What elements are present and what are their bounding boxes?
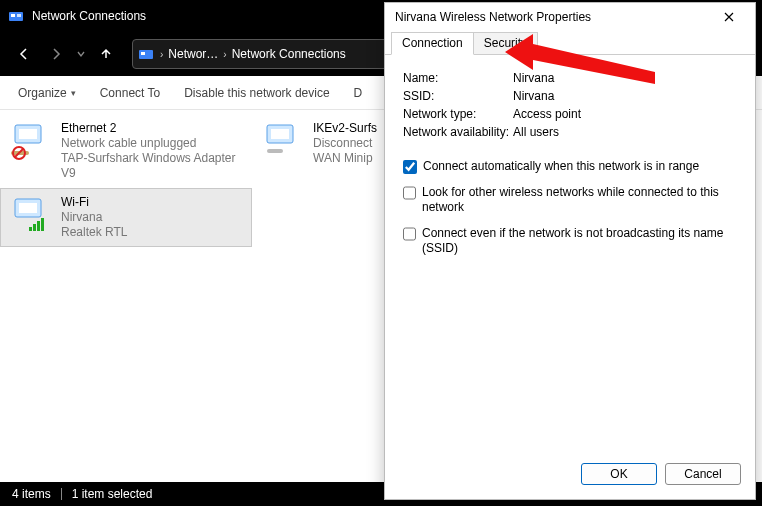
wifi-properties-dialog: Nirvana Wireless Network Properties Conn… [384, 2, 756, 500]
close-button[interactable] [709, 5, 749, 29]
connection-status: Network cable unplugged [61, 136, 243, 151]
diagnose-button[interactable]: D [344, 82, 373, 104]
prop-value: Access point [513, 107, 581, 121]
divider [61, 488, 62, 500]
chevron-down-icon: ▾ [71, 88, 76, 98]
svg-rect-9 [271, 129, 289, 139]
dialog-title: Nirvana Wireless Network Properties [395, 10, 591, 24]
organize-menu[interactable]: Organize ▾ [8, 82, 86, 104]
chk-hidden-ssid[interactable]: Connect even if the network is not broad… [403, 226, 737, 257]
chevron-right-icon: › [222, 49, 227, 60]
chk-look-other-input[interactable] [403, 186, 416, 200]
connect-to-button[interactable]: Connect To [90, 82, 171, 104]
window-title: Network Connections [32, 9, 146, 23]
connection-name: Wi-Fi [61, 195, 127, 210]
recent-dropdown-icon[interactable] [74, 40, 88, 68]
connection-device: Realtek RTL [61, 225, 127, 240]
prop-label: Network type: [403, 107, 513, 121]
ethernet-disconnected-icon [9, 121, 53, 161]
svg-rect-4 [141, 52, 145, 55]
connection-text: Ethernet 2 Network cable unplugged TAP-S… [61, 121, 243, 181]
network-folder-icon [8, 8, 24, 24]
prop-type: Network type: Access point [403, 107, 737, 121]
chk-look-other[interactable]: Look for other wireless networks while c… [403, 185, 737, 216]
connection-name: IKEv2-Surfs [313, 121, 377, 136]
dialog-buttons: OK Cancel [385, 453, 755, 499]
chk-auto-connect[interactable]: Connect automatically when this network … [403, 159, 737, 175]
dialog-body: Name: Nirvana SSID: Nirvana Network type… [385, 55, 755, 453]
connection-item-ethernet2[interactable]: Ethernet 2 Network cable unplugged TAP-S… [0, 114, 252, 188]
chk-label: Connect automatically when this network … [423, 159, 699, 175]
prop-value: Nirvana [513, 89, 554, 103]
svg-rect-13 [19, 203, 37, 213]
connection-item-wifi[interactable]: Wi-Fi Nirvana Realtek RTL [0, 188, 252, 247]
connection-device: TAP-Surfshark Windows Adapter V9 [61, 151, 243, 181]
breadcrumb-seg[interactable]: Networ… [166, 47, 220, 61]
organize-label: Organize [18, 86, 67, 100]
prop-label: Name: [403, 71, 513, 85]
prop-label: Network availability: [403, 125, 513, 139]
chk-auto-connect-input[interactable] [403, 160, 417, 174]
chk-label: Look for other wireless networks while c… [422, 185, 737, 216]
connection-status: Disconnect [313, 136, 377, 151]
vpn-icon [261, 121, 305, 161]
breadcrumb-icon [137, 45, 155, 63]
tab-connection[interactable]: Connection [391, 32, 474, 55]
back-button[interactable] [10, 40, 38, 68]
connection-name: Ethernet 2 [61, 121, 243, 136]
wifi-icon [9, 195, 53, 235]
chevron-right-icon: › [159, 49, 164, 60]
prop-label: SSID: [403, 89, 513, 103]
prop-name: Name: Nirvana [403, 71, 737, 85]
ok-button[interactable]: OK [581, 463, 657, 485]
prop-value: Nirvana [513, 71, 554, 85]
forward-button[interactable] [42, 40, 70, 68]
tab-security[interactable]: Security [473, 32, 538, 54]
chk-label: Connect even if the network is not broad… [422, 226, 737, 257]
svg-rect-1 [11, 14, 15, 17]
cancel-button[interactable]: Cancel [665, 463, 741, 485]
up-button[interactable] [92, 40, 120, 68]
svg-rect-14 [29, 227, 32, 231]
connection-status: Nirvana [61, 210, 127, 225]
prop-availability: Network availability: All users [403, 125, 737, 139]
connection-text: Wi-Fi Nirvana Realtek RTL [61, 195, 127, 240]
connection-device: WAN Minip [313, 151, 377, 166]
tab-strip: Connection Security [385, 31, 755, 55]
svg-rect-6 [19, 129, 37, 139]
svg-rect-17 [41, 218, 44, 231]
disable-device-button[interactable]: Disable this network device [174, 82, 339, 104]
close-icon [723, 11, 735, 23]
selection-count: 1 item selected [72, 487, 153, 501]
item-count: 4 items [12, 487, 51, 501]
dialog-titlebar: Nirvana Wireless Network Properties [385, 3, 755, 31]
svg-rect-15 [33, 224, 36, 231]
svg-rect-2 [17, 14, 21, 17]
breadcrumb-seg[interactable]: Network Connections [230, 47, 348, 61]
prop-value: All users [513, 125, 559, 139]
connection-text: IKEv2-Surfs Disconnect WAN Minip [313, 121, 377, 166]
prop-ssid: SSID: Nirvana [403, 89, 737, 103]
svg-rect-16 [37, 221, 40, 231]
checkbox-group: Connect automatically when this network … [403, 159, 737, 257]
chk-hidden-ssid-input[interactable] [403, 227, 416, 241]
